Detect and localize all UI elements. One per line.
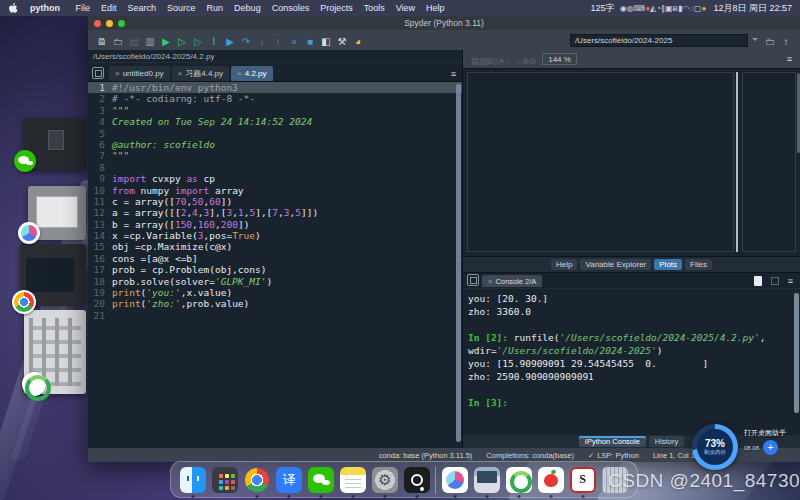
menu-item-projects[interactable]: Projects [315,3,359,13]
window-icon[interactable]: ▣ [665,4,673,13]
menu-item-view[interactable]: View [390,3,420,13]
dock-item-desktop-preview[interactable] [473,466,500,493]
maximize-pane-button[interactable]: ◧ [318,35,334,49]
zoom-in-button[interactable]: ⊕ [522,56,529,66]
debug-continue-button[interactable]: ↷ [238,35,254,49]
editor-options-menu-icon[interactable]: ≡ [451,69,460,81]
code-line[interactable]: 14x =cp.Variable(3,pos=True) [88,230,462,241]
save-button[interactable]: ▤ [126,35,142,49]
close-tab-icon[interactable]: × [115,69,120,78]
pane-tab-files[interactable]: Files [685,259,712,270]
dock-item-wechat[interactable] [308,466,335,493]
tab-ipython-console[interactable]: IPython Console [579,436,646,447]
close-tab-icon[interactable]: × [237,69,242,78]
dock-item-chrome[interactable] [244,466,271,493]
code-line[interactable]: 15obj =cp.Maximize(c@x) [88,241,462,252]
code-line[interactable]: 9import cvxpy as cp [88,173,462,184]
ipython-console[interactable]: you: [20. 30.]zho: 3360.0In [2]: runfile… [463,289,800,435]
interrupt-kernel-icon[interactable] [771,277,779,285]
lsp-status[interactable]: ✓ LSP: Python [588,451,639,460]
pane-tab-plots[interactable]: Plots [654,259,682,270]
console-tab[interactable]: × Console 2/A [482,275,542,287]
input-source-icon[interactable]: ● [702,4,707,13]
code-line[interactable]: 10from numpy import array [88,185,462,196]
dock-item-finder[interactable] [180,466,207,493]
save-all-plots-button[interactable]: ▥ [479,56,487,66]
menu-item-consoles[interactable]: Consoles [266,3,315,13]
step-into-button[interactable]: ↓ [254,35,270,49]
editor-tab-untitled0.py[interactable]: ×untitled0.py [109,66,170,81]
pythonpath-button[interactable]: ◕ [350,35,366,49]
code-line[interactable]: 17prob = cp.Problem(obj,cons) [88,264,462,275]
menu-item-run[interactable]: Run [201,3,229,13]
conda-env-status[interactable]: conda: base (Python 3.11.5) [379,451,473,460]
window-title-bar[interactable]: Spyder (Python 3.11) [88,16,800,30]
dock-item-app-red-apple[interactable] [537,466,564,493]
code-line[interactable]: 4Created on Tue Sep 24 14:14:52 2024 [88,116,462,127]
code-line[interactable]: 5 [88,128,462,139]
new-file-button[interactable]: 🗎 [94,35,110,49]
working-directory-field[interactable]: /Users/scofieldo/2024-2025 [570,34,748,47]
dock-item-translate[interactable]: 译 [276,466,303,493]
code-line[interactable]: 16cons =[a@x <=b] [88,253,462,264]
close-console-icon[interactable]: × [488,277,492,286]
tab-history[interactable]: History [649,436,684,447]
zoom-out-button[interactable]: ⊖ [529,56,536,66]
keyboard-icon[interactable]: ⌨ [634,4,646,13]
editor-tab-习题4.4.py[interactable]: ×习题4.4.py [172,66,229,81]
pane-tab-variable-explorer[interactable]: Variable Explorer [580,259,651,270]
menu-item-file[interactable]: File [70,3,96,13]
browse-tabs-icon[interactable] [92,67,104,79]
completions-status[interactable]: Completions: conda(base) [486,451,574,460]
close-tab-icon[interactable]: × [178,69,183,78]
run-cell-advance-button[interactable]: ▷ [190,35,206,49]
preferences-button[interactable]: ⚒ [334,35,350,49]
menu-item-debug[interactable]: Debug [229,3,267,13]
plots-zoom-level[interactable]: 144 % [542,53,577,65]
plots-options-menu-icon[interactable]: ≡ [787,54,792,64]
assistant-plus-button[interactable]: + [763,440,778,455]
code-line[interactable]: 12a = array([[2,4,3],[3,1,5],[7,3,5]]) [88,207,462,218]
debug-next-button[interactable]: » [286,35,302,49]
code-line[interactable]: 21 [88,310,462,321]
menu-item-help[interactable]: Help [421,3,451,13]
code-line[interactable]: 11c = array([70,50,60]) [88,196,462,207]
working-dir-dropdown-icon[interactable] [752,38,758,44]
input-method-chars[interactable]: 125字 [591,2,615,15]
menu-item-edit[interactable]: Edit [96,3,123,13]
code-line[interactable]: 20print('zho:',prob.value) [88,298,462,309]
code-line[interactable]: 3""" [88,105,462,116]
menu-item-source[interactable]: Source [162,3,202,13]
code-line[interactable]: 2# -*- codiarng: utf-8 -*- [88,93,462,104]
display-icon[interactable]: ▢ [694,4,702,13]
browse-working-dir-button[interactable]: 🗀 [762,35,778,49]
code-line[interactable]: 6@author: scofieldo [88,139,462,150]
dock-item-app-chess[interactable]: S [569,466,596,493]
console-options-menu-icon[interactable]: ≡ [788,276,793,286]
save-all-button[interactable]: ▥ [142,35,158,49]
apple-menu-icon[interactable] [8,3,18,13]
parent-dir-button[interactable]: ↑ [778,35,794,49]
active-app-name[interactable]: python [25,3,65,13]
dock-item-app-green-ring[interactable] [505,466,532,493]
menu-clock[interactable]: 12月8日 周日 22:57 [713,2,792,15]
menu-item-search[interactable]: Search [122,3,162,13]
dock-item-launchpad[interactable] [212,466,239,493]
new-console-icon[interactable] [754,276,762,286]
pane-tab-help[interactable]: Help [551,259,577,270]
step-return-button[interactable]: ↑ [270,35,286,49]
code-editor[interactable]: 1#!/usr/bin/env python32# -*- codiarng: … [88,82,462,448]
editor-scrollbar[interactable] [456,84,461,442]
code-line[interactable]: 8 [88,162,462,173]
dock-item-notes[interactable] [340,466,367,493]
code-line[interactable]: 13b = array([150,160,200]) [88,219,462,230]
next-plot-button[interactable]: → [513,56,522,66]
code-line[interactable]: 19print('you:',x.value) [88,287,462,298]
memory-ring[interactable]: 73% 剩余内存 [692,424,738,470]
mic-icon[interactable]: ◍ [627,4,634,13]
code-line[interactable]: 1#!/usr/bin/env python3 [88,82,462,93]
memory-widget[interactable]: 73% 剩余内存 打开桌面助手 08 08 + [692,424,786,470]
editor-tab-4.2.py[interactable]: ×4.2.py [231,66,272,81]
dock-item-passwords[interactable] [404,466,431,493]
stop-button[interactable]: ■ [302,35,318,49]
